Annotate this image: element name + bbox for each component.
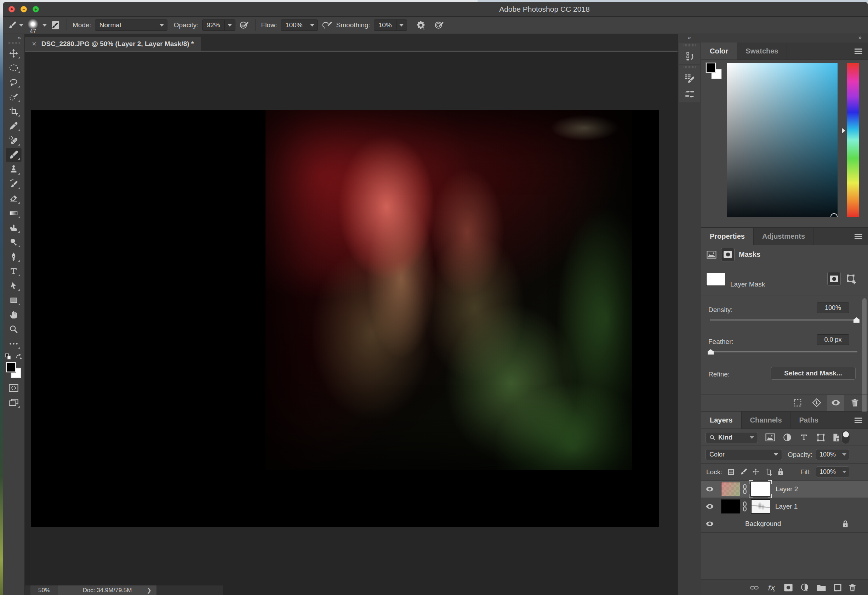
layer2-thumbnail[interactable]: [721, 482, 740, 496]
dock-grip[interactable]: [683, 44, 695, 46]
pen-tool[interactable]: [6, 249, 22, 264]
tab-channels[interactable]: Channels: [742, 411, 791, 429]
mask-visibility-eye-icon[interactable]: [831, 398, 841, 408]
foreground-color-swatch[interactable]: [6, 362, 16, 372]
feather-value-field[interactable]: 0.0 px: [817, 335, 849, 345]
lock-pixels-icon[interactable]: [740, 468, 748, 477]
rectangle-tool[interactable]: [6, 293, 22, 308]
clone-stamp-tool[interactable]: [6, 162, 22, 177]
filter-type-layers-icon[interactable]: [800, 433, 808, 442]
tab-color[interactable]: Color: [701, 43, 737, 59]
hand-tool[interactable]: [6, 308, 22, 322]
minimize-window-button[interactable]: −: [21, 6, 27, 12]
dock-grip[interactable]: [683, 66, 695, 68]
dock-expand-icon[interactable]: «: [678, 34, 701, 43]
smudge-tool[interactable]: [6, 220, 22, 235]
canvas-viewport[interactable]: 50% Doc: 34.9M/79.5M ❯: [25, 51, 678, 595]
foreground-background-colors[interactable]: [5, 362, 22, 380]
select-mask-button[interactable]: [827, 272, 841, 286]
delete-mask-trash-icon[interactable]: [850, 398, 860, 408]
feather-slider-track[interactable]: [710, 351, 858, 352]
layer2-visibility-toggle[interactable]: [701, 481, 718, 497]
dodge-tool[interactable]: [6, 235, 22, 249]
mask-link-icon[interactable]: [742, 484, 748, 494]
layer-name[interactable]: Layer 2: [776, 485, 798, 493]
delete-layer-trash-icon[interactable]: [848, 583, 857, 592]
add-layer-mask-icon[interactable]: [783, 583, 793, 592]
lasso-tool[interactable]: [6, 75, 22, 90]
fill-select[interactable]: 100%: [816, 466, 849, 477]
layer2-mask-thumbnail[interactable]: [750, 482, 770, 497]
quick-selection-tool[interactable]: [6, 90, 22, 104]
layer1-mask-thumbnail[interactable]: [751, 499, 770, 514]
layer-styles-fx-icon[interactable]: fx: [766, 583, 778, 593]
panels-collapse-icon[interactable]: »: [858, 34, 862, 41]
tab-adjustments[interactable]: Adjustments: [754, 228, 814, 245]
zoom-window-button[interactable]: +: [32, 6, 39, 12]
close-tab-icon[interactable]: ×: [32, 39, 37, 49]
document-tab[interactable]: × DSC_2280.JPG @ 50% (Layer 2, Layer Mas…: [25, 37, 201, 51]
type-tool[interactable]: [6, 264, 22, 278]
density-slider-track[interactable]: [710, 320, 858, 321]
layer-filter-select[interactable]: Kind: [706, 432, 758, 443]
elliptical-marquee-tool[interactable]: [6, 61, 22, 75]
brushes-panel-icon[interactable]: [684, 88, 695, 99]
gradient-tool[interactable]: [6, 206, 22, 220]
opacity-select[interactable]: 92%: [202, 19, 235, 31]
layer-row-layer1[interactable]: Layer 1: [701, 498, 868, 515]
status-chevron-icon[interactable]: ❯: [147, 587, 152, 594]
gear-icon[interactable]: [416, 20, 426, 30]
foreground-color-swatch[interactable]: [706, 63, 716, 73]
history-panel-icon[interactable]: [684, 51, 695, 61]
tab-swatches[interactable]: Swatches: [737, 43, 787, 59]
eyedropper-tool[interactable]: [6, 118, 22, 133]
crop-tool[interactable]: [6, 104, 22, 118]
filter-shape-layers-icon[interactable]: [816, 433, 825, 443]
move-tool[interactable]: [6, 46, 22, 61]
layer1-thumbnail[interactable]: [721, 499, 740, 514]
default-colors-icon[interactable]: [4, 353, 12, 360]
layer-name[interactable]: Background: [745, 520, 781, 528]
layer-blend-mode-select[interactable]: Color: [706, 449, 782, 460]
hue-ramp[interactable]: [847, 63, 859, 217]
color-picker-cursor[interactable]: [831, 213, 837, 217]
document-canvas[interactable]: [31, 110, 659, 527]
airbrush-icon[interactable]: [322, 20, 333, 30]
tab-properties[interactable]: Properties: [701, 228, 754, 245]
lock-all-icon[interactable]: [776, 468, 785, 477]
layers-opacity-select[interactable]: 100%: [816, 449, 849, 460]
toolbar-collapse-icon[interactable]: »: [3, 34, 24, 41]
new-layer-icon[interactable]: [833, 583, 843, 592]
edit-toolbar[interactable]: [6, 336, 22, 351]
color-field[interactable]: [727, 63, 837, 217]
close-window-button[interactable]: [9, 6, 15, 12]
pixel-layer-properties-icon[interactable]: [706, 250, 717, 259]
filter-adjustment-layers-icon[interactable]: [783, 433, 792, 442]
layer-mask-thumbnail[interactable]: [706, 273, 725, 286]
panel-menu-icon[interactable]: [855, 417, 862, 423]
add-vector-mask-icon[interactable]: [846, 274, 857, 285]
tool-preset-picker[interactable]: [8, 21, 24, 30]
zoom-level-field[interactable]: 50%: [31, 585, 58, 595]
brush-settings-picker[interactable]: 47: [27, 19, 39, 34]
hue-slider-marker[interactable]: [842, 128, 845, 133]
background-visibility-toggle[interactable]: [701, 515, 718, 532]
layer1-visibility-toggle[interactable]: [701, 498, 718, 515]
tab-paths[interactable]: Paths: [791, 411, 827, 429]
feather-slider-thumb[interactable]: [708, 349, 714, 355]
toolbar-grip[interactable]: [8, 42, 20, 44]
quick-mask-mode[interactable]: [6, 381, 22, 395]
panel-menu-icon[interactable]: [855, 234, 862, 239]
blend-mode-select[interactable]: Normal: [95, 19, 167, 31]
layer-row-layer2[interactable]: Layer 2: [701, 481, 868, 498]
density-slider-thumb[interactable]: [853, 317, 859, 323]
panel-menu-icon[interactable]: [855, 49, 862, 54]
density-value-field[interactable]: 100%: [817, 302, 849, 313]
tab-layers[interactable]: Layers: [701, 411, 742, 429]
screen-mode[interactable]: [6, 395, 22, 410]
load-selection-icon[interactable]: [793, 398, 803, 408]
pressure-opacity-icon[interactable]: [239, 20, 249, 30]
filter-pixel-layers-icon[interactable]: [765, 433, 776, 442]
filter-smart-objects-icon[interactable]: [831, 433, 841, 443]
spot-healing-brush-tool[interactable]: [6, 133, 22, 148]
